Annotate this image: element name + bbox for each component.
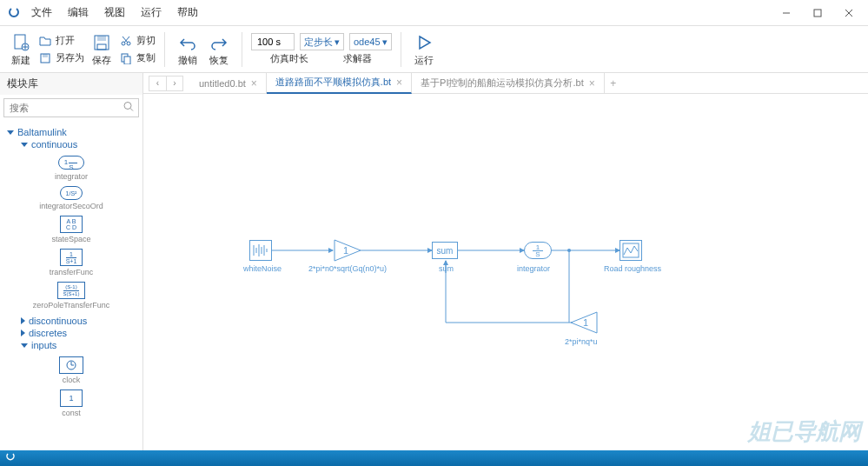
- clock-icon: [59, 356, 83, 374]
- saveas-icon: [38, 51, 52, 65]
- caret-down-icon: [21, 143, 28, 147]
- block-symbol: 1: [60, 389, 83, 407]
- save-label: 保存: [92, 54, 111, 67]
- node-gain2[interactable]: 1: [569, 310, 599, 337]
- copy-label: 复制: [136, 51, 156, 64]
- block-clock[interactable]: clock: [0, 356, 142, 384]
- tree-inputs[interactable]: inputs: [0, 339, 142, 351]
- copy-button[interactable]: 复制: [119, 50, 156, 67]
- block-integrator2[interactable]: 1/S² integratorSecoOrd: [0, 186, 142, 210]
- node-sum[interactable]: sum: [432, 242, 458, 259]
- menu-bar: 文件 编辑 视图 运行 帮助: [31, 5, 774, 20]
- tree-discontinuous[interactable]: discontinuous: [0, 315, 142, 327]
- open-button[interactable]: 打开: [38, 32, 84, 50]
- node-whitenoise-label: whiteNoise: [243, 264, 282, 273]
- menu-view[interactable]: 视图: [104, 5, 125, 20]
- watermark: 姐已导航网: [748, 416, 861, 447]
- block-symbol: 1S+1: [60, 249, 83, 266]
- tab-1[interactable]: 道路路面不平顺模拟仿真.bt ×: [267, 73, 412, 94]
- sidebar-title: 模块库: [0, 73, 142, 95]
- copy-icon: [119, 51, 133, 65]
- node-whitenoise[interactable]: [249, 240, 272, 261]
- whitenoise-icon: [252, 243, 269, 258]
- tab-label: 道路路面不平顺模拟仿真.bt: [275, 76, 391, 89]
- divider: [401, 32, 401, 67]
- close-icon[interactable]: ×: [589, 77, 595, 90]
- tree-root[interactable]: Baltamulink: [0, 126, 142, 138]
- canvas[interactable]: whiteNoise 1 2*pi*n0*sqrt(Gq(n0)*u) sum …: [143, 94, 868, 450]
- redo-icon: [209, 32, 229, 53]
- node-gain1[interactable]: 1: [333, 238, 362, 265]
- node-scope-label: Road roughness: [604, 264, 661, 273]
- svg-marker-19: [420, 37, 430, 49]
- nav-forward-button[interactable]: ›: [166, 76, 183, 91]
- minimize-button[interactable]: [774, 3, 798, 23]
- gain1-value: 1: [343, 245, 348, 256]
- tree-cat-label: discretes: [29, 328, 67, 338]
- menu-run[interactable]: 运行: [141, 5, 162, 20]
- menu-edit[interactable]: 编辑: [68, 5, 89, 20]
- tree-continuous[interactable]: continuous: [0, 138, 142, 150]
- tree-discretes[interactable]: discretes: [0, 327, 142, 339]
- sim-time-input[interactable]: [251, 33, 295, 50]
- close-icon[interactable]: ×: [251, 77, 257, 90]
- main-area: 模块库 Baltamulink continuous 1 S integrat: [0, 73, 868, 450]
- maximize-button[interactable]: [805, 3, 830, 23]
- step-mode-select[interactable]: 定步长 ▾: [300, 33, 344, 50]
- block-statespace[interactable]: A BC D stateSpace: [0, 216, 142, 243]
- node-integrator[interactable]: 1 S: [524, 242, 552, 259]
- new-file-icon: [10, 32, 31, 53]
- taskbar-app-icon[interactable]: [5, 452, 16, 464]
- close-button[interactable]: [837, 3, 861, 23]
- redo-button[interactable]: 恢复: [205, 30, 233, 69]
- node-gain1-label: 2*pi*n0*sqrt(Gq(n0)*u): [308, 264, 387, 273]
- nav-back-button[interactable]: ‹: [149, 76, 166, 91]
- block-symbol: 1/S²: [60, 186, 83, 200]
- block-const[interactable]: 1 const: [0, 389, 142, 417]
- block-zeropole[interactable]: (S-1)S(S+1) zeroPoleTransferFunc: [0, 282, 142, 310]
- tree-root-label: Baltamulink: [17, 127, 67, 137]
- node-sum-label: sum: [439, 264, 454, 273]
- play-icon: [414, 32, 434, 53]
- caret-down-icon: [21, 343, 28, 348]
- gain2-value: 1: [583, 317, 588, 328]
- saveas-button[interactable]: 另存为: [38, 50, 84, 67]
- tab-0[interactable]: untitled0.bt ×: [190, 73, 267, 94]
- menu-help[interactable]: 帮助: [177, 5, 198, 20]
- svg-rect-37: [623, 243, 639, 257]
- divider: [164, 32, 165, 67]
- tab-add-button[interactable]: +: [605, 77, 622, 90]
- block-label: clock: [63, 376, 81, 384]
- block-label: integratorSecoOrd: [39, 202, 103, 210]
- step-mode-label: 定步长: [304, 36, 333, 49]
- undo-label: 撤销: [178, 54, 197, 67]
- block-integrator[interactable]: 1 S integrator: [0, 156, 142, 181]
- new-file-button[interactable]: 新建: [7, 30, 35, 69]
- caret-down-icon: [7, 130, 14, 135]
- solver-select[interactable]: ode45 ▾: [349, 33, 392, 50]
- node-scope[interactable]: [620, 240, 642, 261]
- tab-2[interactable]: 基于PI控制的船舶运动模拟仿真分析.bt ×: [412, 73, 605, 94]
- block-tree: Baltamulink continuous 1 S integrator 1/…: [0, 121, 142, 450]
- close-icon[interactable]: ×: [396, 77, 402, 89]
- undo-button[interactable]: 撤销: [174, 30, 202, 69]
- tab-label: 基于PI控制的船舶运动模拟仿真分析.bt: [421, 77, 584, 90]
- open-icon: [38, 34, 52, 48]
- tabbar: ‹ › untitled0.bt × 道路路面不平顺模拟仿真.bt × 基于PI…: [143, 73, 868, 94]
- svg-rect-9: [43, 54, 48, 57]
- divider: [242, 32, 242, 67]
- svg-point-29: [567, 249, 571, 252]
- svg-point-20: [124, 103, 131, 110]
- cut-label: 剪切: [136, 34, 156, 47]
- svg-rect-11: [97, 36, 106, 41]
- search-input[interactable]: [3, 98, 139, 117]
- block-label: integrator: [55, 172, 88, 181]
- menu-file[interactable]: 文件: [31, 5, 52, 20]
- tree-cat-label: continuous: [31, 139, 77, 150]
- block-transferfunc[interactable]: 1S+1 transferFunc: [0, 249, 142, 276]
- chevron-down-icon: ▾: [382, 37, 388, 48]
- run-button[interactable]: 运行: [410, 30, 438, 69]
- cut-button[interactable]: 剪切: [119, 32, 156, 50]
- save-button[interactable]: 保存: [88, 30, 116, 69]
- svg-rect-12: [97, 44, 106, 50]
